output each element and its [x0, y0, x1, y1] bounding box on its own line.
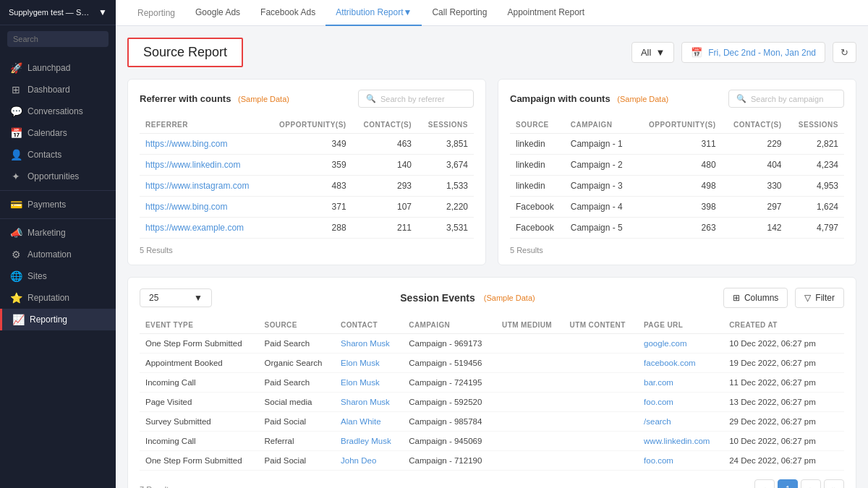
page-url-cell[interactable]: facebook.com	[638, 354, 723, 373]
sidebar-item-calendars[interactable]: 📅Calendars	[0, 122, 116, 144]
source-cell: Social media	[259, 393, 336, 412]
campaign-sample-badge: (Sample Data)	[617, 95, 668, 103]
referrer-col-opp: OPPORTUNITY(S)	[266, 116, 352, 134]
pagination-next[interactable]: ›	[801, 479, 821, 488]
sidebar-item-opportunities[interactable]: ✦Opportunities	[0, 166, 116, 187]
campaign-search[interactable]: 🔍 Search by campaign	[728, 90, 844, 108]
utm-content-cell	[564, 373, 639, 393]
campaign-table: SOURCE CAMPAIGN OPPORTUNITY(S) CONTACT(S…	[510, 116, 844, 239]
campaign-search-icon: 🔍	[736, 94, 746, 103]
contact-cell[interactable]: Elon Musk	[335, 354, 403, 373]
sessions-cell: 1,533	[417, 176, 474, 197]
sidebar-item-payments[interactable]: 💳Payments	[0, 194, 116, 215]
sidebar-item-label: Automation	[27, 249, 72, 260]
topnav-items: Google AdsFacebook AdsAttribution Report…	[185, 0, 595, 26]
contact-cell: 229	[722, 134, 788, 155]
date-picker[interactable]: 📅 Fri, Dec 2nd - Mon, Jan 2nd	[681, 42, 825, 63]
referrer-cell[interactable]: https://www.example.com	[140, 218, 266, 239]
referrer-search[interactable]: 🔍 Search by referrer	[358, 90, 474, 108]
sidebar-item-automation[interactable]: ⚙Automation	[0, 244, 116, 265]
referrer-cell[interactable]: https://www.instagram.com	[140, 176, 266, 197]
topnav-section-label: Reporting	[127, 0, 185, 26]
page-url-cell[interactable]: foo.com	[638, 451, 723, 471]
dashboard-icon: ⊞	[10, 84, 22, 95]
sidebar-item-label: Marketing	[27, 228, 66, 238]
utm-medium-cell	[496, 412, 564, 432]
search-input[interactable]	[7, 31, 109, 47]
contact-cell[interactable]: Sharon Musk	[335, 334, 403, 354]
utm-medium-cell	[496, 393, 564, 412]
referrer-cell[interactable]: https://www.bing.com	[140, 134, 266, 155]
page-title-box: Source Report	[127, 38, 243, 67]
contact-cell: 404	[722, 155, 788, 176]
sessions-cell: 2,821	[788, 134, 844, 155]
filter-label: Filter	[815, 293, 835, 303]
page-url-cell[interactable]: google.com	[638, 334, 723, 354]
referrer-cell[interactable]: https://www.linkedin.com	[140, 155, 266, 176]
page-url-cell[interactable]: /search	[638, 412, 723, 432]
columns-button[interactable]: ⊞ Columns	[723, 288, 788, 308]
utm-medium-cell	[496, 334, 564, 354]
topnav-item-facebook-ads[interactable]: Facebook Ads	[250, 0, 326, 26]
sessions-cell: 3,674	[417, 155, 474, 176]
refresh-button[interactable]: ↻	[833, 42, 856, 63]
topnav-item-call-reporting[interactable]: Call Reporting	[422, 0, 497, 26]
pagination-prev[interactable]: ‹	[754, 479, 775, 488]
campaign-cell: Campaign - 712190	[403, 451, 496, 471]
contacts-cell: 463	[352, 134, 417, 155]
sidebar-item-conversations[interactable]: 💬Conversations	[0, 100, 116, 122]
sessions-cell: 3,531	[417, 218, 474, 239]
se-col-extra	[831, 317, 844, 334]
rows-select[interactable]: 25 ▼	[140, 288, 212, 307]
page-url-cell[interactable]: www.linkedin.com	[638, 432, 723, 451]
sidebar-item-launchpad[interactable]: 🚀Launchpad	[0, 57, 116, 79]
table-row: Appointment Booked Organic Search Elon M…	[140, 354, 844, 373]
contact-cell[interactable]: Sharon Musk	[335, 393, 403, 412]
all-dropdown[interactable]: All ▼	[631, 42, 674, 63]
contact-cell[interactable]: Alan White	[335, 412, 403, 432]
referrer-card-title: Referrer with counts	[140, 93, 231, 104]
sidebar-item-sites[interactable]: 🌐Sites	[0, 265, 116, 287]
topnav-item-google-ads[interactable]: Google Ads	[185, 0, 250, 26]
utm-medium-cell	[496, 354, 564, 373]
referrer-cell[interactable]: https://www.bing.com	[140, 197, 266, 218]
se-col-created-at: CREATED AT	[723, 317, 831, 334]
pagination-page-1[interactable]: 1	[778, 479, 798, 488]
sidebar-item-label: Dashboard	[27, 85, 70, 95]
sidebar-item-marketing[interactable]: 📣Marketing	[0, 222, 116, 244]
se-col-source: SOURCE	[259, 317, 336, 334]
table-row: Incoming Call Referral Bradley Musk Camp…	[140, 432, 844, 451]
event-type-cell: Incoming Call	[140, 373, 259, 393]
extra-cell	[831, 334, 844, 354]
opportunities-cell: 371	[266, 197, 352, 218]
filter-button[interactable]: ▽ Filter	[795, 288, 844, 308]
referrer-col-referrer: REFERRER	[140, 116, 266, 134]
page-url-cell[interactable]: foo.com	[638, 393, 723, 412]
created-at-cell: 10 Dec 2022, 06:27 pm	[723, 432, 831, 451]
table-row: https://www.example.com 288 211 3,531	[140, 218, 474, 239]
contact-cell: 297	[722, 197, 788, 218]
se-col-campaign: CAMPAIGN	[403, 317, 496, 334]
extra-cell	[831, 354, 844, 373]
sidebar-item-reputation[interactable]: ⭐Reputation	[0, 287, 116, 309]
opp-cell: 398	[635, 197, 722, 218]
source-cell: linkedin	[510, 155, 565, 176]
sidebar-brand[interactable]: Supplygem test — SEAFO... ▼	[0, 0, 116, 25]
contact-cell[interactable]: John Deo	[335, 451, 403, 471]
contact-cell[interactable]: Bradley Musk	[335, 432, 403, 451]
referrer-card-title-area: Referrer with counts (Sample Data)	[140, 93, 289, 104]
sidebar-item-contacts[interactable]: 👤Contacts	[0, 144, 116, 166]
se-col-contact: CONTACT	[335, 317, 403, 334]
pagination-last[interactable]: »	[824, 479, 844, 488]
sidebar-item-reporting[interactable]: 📈Reporting	[0, 309, 116, 330]
utm-content-cell	[564, 451, 639, 471]
sidebar-item-dashboard[interactable]: ⊞Dashboard	[0, 79, 116, 100]
page-url-cell[interactable]: bar.com	[638, 373, 723, 393]
topnav-item-appointment-report[interactable]: Appointment Report	[497, 0, 595, 26]
referrer-table: REFERRER OPPORTUNITY(S) CONTACT(S) SESSI…	[140, 116, 474, 239]
session-sample-badge: (Sample Data)	[484, 294, 535, 302]
contact-cell[interactable]: Elon Musk	[335, 373, 403, 393]
sidebar: Supplygem test — SEAFO... ▼ 🚀Launchpad⊞D…	[0, 0, 116, 488]
topnav-item-attribution-report[interactable]: Attribution Report ▼	[326, 0, 422, 26]
se-col-event-type: EVENT TYPE	[140, 317, 259, 334]
